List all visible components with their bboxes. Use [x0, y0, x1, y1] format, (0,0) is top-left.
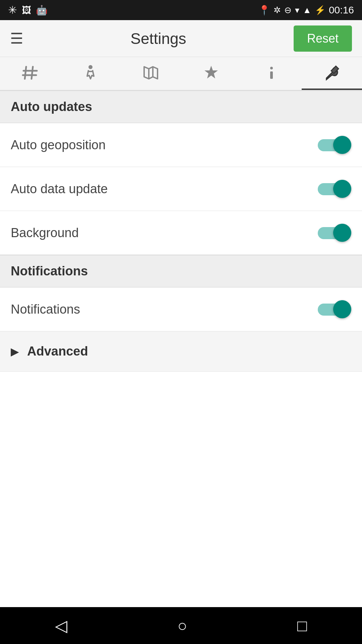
setting-row-auto-geoposition: Auto geoposition	[0, 123, 362, 167]
svg-line-1	[32, 67, 33, 79]
tab-walk[interactable]	[60, 57, 121, 90]
android-icon: 🤖	[36, 5, 48, 16]
toggle-thumb	[333, 136, 351, 154]
signal-icon: ▲	[303, 5, 311, 15]
setting-row-notifications: Notifications	[0, 287, 362, 331]
location-icon: 📍	[258, 5, 270, 16]
advanced-arrow-icon: ▶	[11, 345, 19, 358]
tab-map[interactable]	[121, 57, 181, 90]
svg-rect-10	[270, 71, 273, 79]
section-header-auto-updates: Auto updates	[0, 91, 362, 123]
toggle-background[interactable]	[318, 224, 351, 242]
setting-label-background: Background	[11, 226, 79, 240]
bluetooth-icon: ✲	[274, 5, 281, 15]
setting-row-background: Background	[0, 211, 362, 255]
image-icon: 🖼	[22, 5, 31, 16]
tab-tools[interactable]	[302, 57, 362, 90]
setting-label-auto-data-update: Auto data update	[11, 182, 108, 196]
svg-line-0	[25, 67, 26, 79]
toggle-thumb	[333, 300, 351, 318]
setting-label-auto-geoposition: Auto geoposition	[11, 138, 106, 152]
setting-row-auto-data-update: Auto data update	[0, 167, 362, 211]
map-icon	[142, 64, 160, 82]
toggle-thumb	[333, 180, 351, 198]
toggle-thumb	[333, 224, 351, 242]
tab-hash[interactable]	[0, 57, 60, 90]
tab-star[interactable]	[181, 57, 241, 90]
app-bar: ☰ Settings Reset	[0, 20, 362, 57]
status-bar: ✳ 🖼 🤖 📍 ✲ ⊖ ▾ ▲ ⚡ 00:16	[0, 0, 362, 20]
sun-icon: ✳	[8, 4, 17, 16]
section-header-notifications: Notifications	[0, 255, 362, 287]
tools-icon	[323, 64, 341, 82]
settings-content: Auto updates Auto geoposition Auto data …	[0, 91, 362, 372]
reset-button[interactable]: Reset	[294, 25, 352, 52]
svg-marker-8	[204, 66, 218, 78]
info-icon	[263, 64, 280, 82]
svg-marker-5	[144, 67, 158, 79]
mute-icon: ⊖	[284, 5, 292, 15]
advanced-label: Advanced	[27, 344, 88, 359]
svg-point-4	[88, 65, 93, 69]
section-title-auto-updates: Auto updates	[11, 100, 92, 114]
nav-recent-button[interactable]: □	[297, 616, 307, 635]
toggle-auto-data-update[interactable]	[318, 180, 351, 198]
hash-icon	[21, 64, 39, 82]
nav-back-button[interactable]: ◁	[55, 616, 67, 635]
status-right-icons: 📍 ✲ ⊖ ▾ ▲ ⚡ 00:16	[258, 4, 354, 16]
tab-bar	[0, 57, 362, 91]
nav-bar: ◁ ○ □	[0, 607, 362, 644]
toggle-auto-geoposition[interactable]	[318, 136, 351, 154]
menu-icon[interactable]: ☰	[10, 30, 23, 47]
star-icon	[202, 64, 220, 82]
setting-label-notifications: Notifications	[11, 302, 80, 317]
battery-icon: ⚡	[315, 5, 325, 15]
tab-info[interactable]	[241, 57, 302, 90]
status-left-icons: ✳ 🖼 🤖	[8, 4, 48, 16]
toggle-notifications[interactable]	[318, 300, 351, 318]
page-title: Settings	[130, 30, 186, 48]
svg-point-9	[270, 67, 273, 69]
walk-icon	[82, 64, 99, 82]
status-time: 00:16	[329, 4, 354, 16]
advanced-row[interactable]: ▶ Advanced	[0, 331, 362, 372]
wifi-icon: ▾	[295, 5, 299, 15]
nav-home-button[interactable]: ○	[177, 616, 187, 635]
section-title-notifications: Notifications	[11, 264, 88, 278]
